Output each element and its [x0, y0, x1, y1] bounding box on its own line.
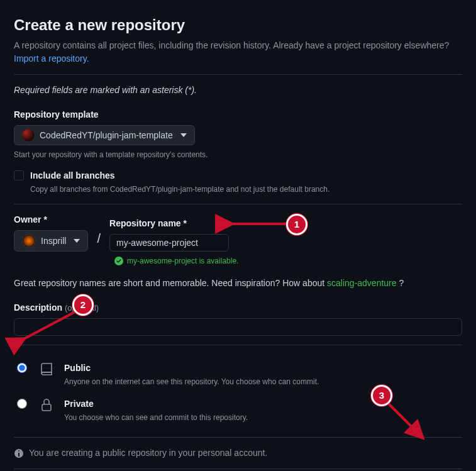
template-select[interactable]: CodedRedYT/plugin-jam-template	[14, 125, 195, 145]
template-section: Repository template CodedRedYT/plugin-ja…	[14, 108, 462, 160]
owner-repo-row: Owner * Insprill / Repository name *	[14, 213, 462, 252]
visibility-private-radio[interactable]	[17, 399, 27, 409]
svg-rect-0	[42, 404, 51, 411]
inspiration-suffix: ?	[399, 278, 404, 288]
divider	[14, 345, 462, 345]
visibility-public-desc: Anyone on the internet can see this repo…	[64, 376, 319, 387]
create-repo-form: Create a new repository A repository con…	[0, 0, 476, 471]
import-repo-link[interactable]: Import a repository.	[14, 53, 89, 64]
subtitle-text: A repository contains all project files,…	[14, 40, 449, 50]
include-branches-checkbox[interactable]	[14, 170, 24, 180]
visibility-section: Public Anyone on the internet can see th…	[14, 357, 462, 428]
description-input[interactable]	[14, 318, 462, 336]
template-owner-avatar-icon	[22, 129, 35, 141]
description-label: Description	[14, 302, 62, 313]
repo-name-label: Repository name *	[109, 217, 229, 230]
inspiration-prefix: Great repository names are short and mem…	[14, 278, 327, 288]
visibility-public-radio[interactable]	[17, 363, 27, 373]
owner-label: Owner *	[14, 213, 88, 226]
visibility-private-title: Private	[64, 397, 248, 411]
name-inspiration: Great repository names are short and mem…	[14, 277, 462, 290]
template-selected-value: CodedRedYT/plugin-jam-template	[40, 130, 173, 140]
repo-availability-msg: my-awesome-project is available.	[127, 255, 238, 267]
include-branches-row: Include all branches Copy all branches f…	[14, 169, 462, 195]
info-note-text: You are creating a public repository in …	[29, 446, 267, 460]
required-fields-note: Required fields are marked with an aster…	[14, 84, 462, 97]
divider	[14, 74, 462, 75]
visibility-private-row[interactable]: Private You choose who can see and commi…	[14, 392, 462, 428]
template-label: Repository template	[14, 108, 462, 121]
owner-avatar-icon	[22, 234, 36, 248]
description-section: Description (optional)	[14, 301, 462, 336]
divider	[14, 468, 462, 469]
include-branches-desc: Copy all branches from CodedRedYT/plugin…	[30, 184, 329, 195]
visibility-public-title: Public	[64, 362, 319, 375]
caret-down-icon	[74, 239, 80, 243]
owner-name: Insprill	[41, 236, 66, 246]
repo-availability: my-awesome-project is available.	[114, 255, 462, 267]
visibility-public-row[interactable]: Public Anyone on the internet can see th…	[14, 357, 462, 392]
repo-name-input[interactable]	[109, 234, 229, 252]
description-optional: (optional)	[65, 303, 99, 313]
page-subtitle: A repository contains all project files,…	[14, 39, 462, 65]
template-hint: Start your repository with a template re…	[14, 149, 462, 160]
divider	[14, 437, 462, 438]
caret-down-icon	[180, 133, 187, 137]
visibility-private-desc: You choose who can see and commit to thi…	[64, 412, 248, 423]
divider	[14, 204, 462, 204]
repo-public-icon	[38, 362, 55, 377]
info-note-row: You are creating a public repository in …	[14, 446, 462, 460]
info-icon	[14, 448, 24, 458]
lock-icon	[38, 397, 55, 413]
owner-select[interactable]: Insprill	[14, 230, 88, 252]
path-separator: /	[96, 229, 102, 252]
suggested-name-link[interactable]: scaling-adventure	[327, 278, 397, 288]
check-circle-icon	[114, 257, 123, 265]
include-branches-label: Include all branches	[30, 169, 329, 182]
page-title: Create a new repository	[14, 14, 462, 36]
